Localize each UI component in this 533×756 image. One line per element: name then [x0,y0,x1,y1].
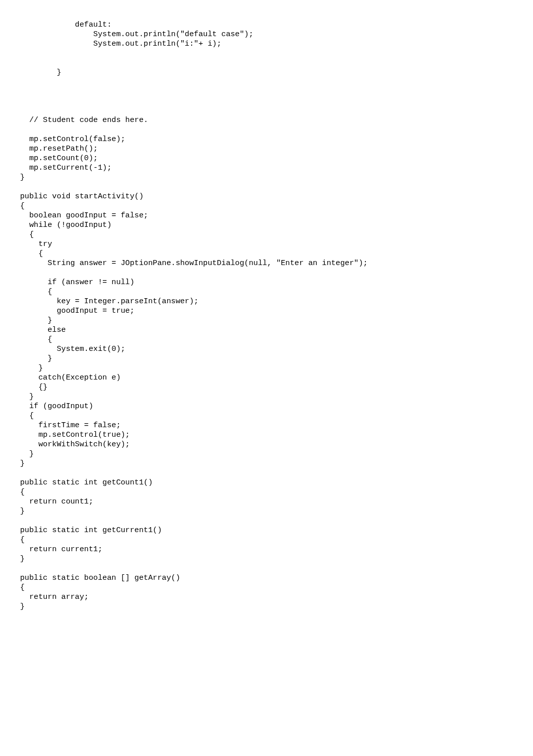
code-block: default: System.out.println("default cas… [0,20,533,611]
document-page: default: System.out.println("default cas… [0,0,533,756]
